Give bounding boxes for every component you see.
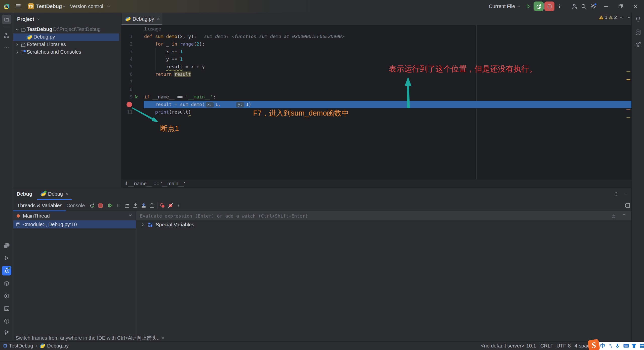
tree-row-external-libraries[interactable]: External Libraries bbox=[13, 41, 119, 49]
terminal-tool-button[interactable] bbox=[2, 304, 11, 313]
mute-breakpoints-icon[interactable] bbox=[167, 202, 174, 209]
line-number[interactable]: 9 bbox=[122, 93, 133, 101]
ime-keyboard-icon[interactable] bbox=[623, 342, 629, 350]
run-button[interactable] bbox=[526, 0, 531, 13]
step-into-icon[interactable] bbox=[132, 202, 139, 209]
chevron-right-icon[interactable] bbox=[15, 43, 19, 47]
rerun-debug-button[interactable] bbox=[534, 2, 544, 11]
project-selector[interactable]: TestDebug bbox=[36, 0, 62, 13]
chevron-down-icon[interactable] bbox=[128, 213, 132, 217]
tree-row-root[interactable]: TestDebug D:\Project\TestDebug bbox=[13, 26, 119, 33]
toolbar-kebab-icon[interactable] bbox=[175, 202, 183, 209]
scroll-mark[interactable] bbox=[626, 71, 630, 72]
line-number[interactable]: 2 bbox=[122, 40, 133, 48]
next-problem-icon[interactable] bbox=[627, 16, 631, 19]
chevron-right-icon[interactable] bbox=[141, 223, 145, 227]
special-variables-row[interactable]: Special Variables bbox=[136, 221, 631, 228]
python-packages-tool-button[interactable] bbox=[2, 278, 11, 288]
stop-icon[interactable] bbox=[97, 202, 104, 209]
status-breadcrumb[interactable]: TestDebug › Debug.py bbox=[4, 342, 69, 350]
run-gutter-icon[interactable] bbox=[134, 95, 138, 99]
ai-assistant-tool-button[interactable] bbox=[633, 40, 643, 49]
vcs-widget[interactable]: Version control bbox=[70, 0, 103, 13]
status-line-ending[interactable]: CRLF bbox=[540, 342, 553, 350]
tree-row-file-selected[interactable]: Debug.py bbox=[13, 33, 119, 41]
code-text: for _ in range(2): bbox=[144, 40, 205, 48]
add-user-icon[interactable] bbox=[572, 0, 578, 13]
scroll-mark[interactable] bbox=[626, 117, 630, 118]
python-console-tool-button[interactable] bbox=[2, 241, 11, 250]
status-caret-position[interactable]: 10:1 bbox=[526, 342, 536, 350]
ime-skin-icon[interactable] bbox=[631, 342, 637, 350]
chevron-down-icon[interactable] bbox=[15, 28, 19, 31]
project-tool-button[interactable] bbox=[2, 15, 11, 24]
status-encoding[interactable]: UTF-8 bbox=[556, 342, 571, 350]
stop-button[interactable] bbox=[544, 2, 554, 11]
ime-microphone-icon[interactable] bbox=[615, 342, 620, 350]
database-tool-button[interactable] bbox=[633, 27, 643, 37]
inspections-widget[interactable]: 1 2 bbox=[599, 14, 631, 20]
run-tool-button[interactable] bbox=[2, 253, 11, 263]
add-watch-icon[interactable] bbox=[611, 213, 617, 219]
line-number[interactable]: 4 bbox=[122, 55, 133, 63]
services-tool-button[interactable] bbox=[2, 291, 11, 301]
line-number[interactable]: 1 bbox=[122, 33, 133, 40]
gear-icon[interactable] bbox=[590, 0, 597, 13]
problems-tool-button[interactable] bbox=[2, 316, 11, 326]
debug-options-kebab-icon[interactable] bbox=[614, 188, 618, 200]
project-badge[interactable]: TD bbox=[28, 3, 34, 9]
scroll-mark[interactable] bbox=[626, 109, 630, 110]
ime-language-icon[interactable]: 中 bbox=[600, 342, 606, 350]
stack-frame-row[interactable]: <module>, Debug.py:10 bbox=[13, 220, 136, 228]
close-tab-icon[interactable]: × bbox=[157, 16, 160, 22]
line-number[interactable]: 8 bbox=[122, 86, 133, 93]
force-step-into-icon[interactable] bbox=[140, 202, 147, 209]
status-default-server[interactable]: <no default server> bbox=[481, 342, 524, 350]
more-tool-windows-icon[interactable] bbox=[2, 43, 11, 53]
restore-icon[interactable] bbox=[618, 0, 623, 13]
line-number[interactable]: 7 bbox=[122, 78, 133, 86]
more-actions-kebab-icon[interactable] bbox=[557, 0, 562, 13]
resume-icon[interactable] bbox=[106, 202, 114, 209]
debug-tool-button[interactable] bbox=[2, 266, 11, 275]
ime-toolbox-icon[interactable] bbox=[639, 342, 644, 350]
view-breakpoints-icon[interactable] bbox=[158, 202, 166, 209]
debug-session-tab[interactable]: Debug × bbox=[37, 188, 72, 200]
evaluate-expression-input[interactable]: Evaluate expression (Enter) or add a wat… bbox=[136, 211, 631, 220]
tree-row-scratches[interactable]: Scratches and Consoles bbox=[13, 49, 119, 56]
scroll-mark[interactable] bbox=[626, 79, 630, 80]
notifications-bell-icon[interactable] bbox=[633, 14, 643, 24]
close-icon[interactable] bbox=[633, 0, 638, 13]
step-over-icon[interactable] bbox=[123, 202, 131, 209]
layout-settings-icon[interactable] bbox=[624, 202, 631, 209]
line-number[interactable]: 5 bbox=[122, 63, 133, 71]
code-area[interactable]: 1 usage1def sum_demo(x, y):sum_demo: <fu… bbox=[122, 25, 631, 180]
prev-problem-icon[interactable] bbox=[619, 16, 623, 19]
chevron-right-icon[interactable] bbox=[15, 50, 19, 54]
sogou-icon[interactable]: S bbox=[587, 339, 600, 350]
status-indent[interactable]: 4 spac bbox=[575, 342, 589, 350]
debugger-inline-value: sum_demo: <function sum_demo at 0x000001… bbox=[204, 34, 344, 39]
search-icon[interactable] bbox=[581, 0, 587, 13]
line-number[interactable]: 3 bbox=[122, 48, 133, 55]
run-configuration-selector[interactable]: Current File bbox=[489, 0, 515, 13]
tab-console[interactable]: Console bbox=[66, 200, 85, 211]
structure-tool-button[interactable] bbox=[2, 31, 11, 40]
main-menu-icon[interactable] bbox=[16, 0, 21, 13]
usages-inlay-hint[interactable]: 1 usage bbox=[122, 25, 631, 33]
step-out-icon[interactable] bbox=[148, 202, 156, 209]
close-session-icon[interactable]: × bbox=[65, 191, 68, 197]
chevron-down-icon[interactable] bbox=[622, 213, 626, 217]
editor-breadcrumbs[interactable]: if __name__ == '__main__' bbox=[122, 180, 631, 188]
project-panel-header[interactable]: Project bbox=[17, 16, 41, 23]
rerun-icon[interactable] bbox=[88, 202, 96, 209]
minimize-icon[interactable] bbox=[603, 0, 609, 13]
pause-icon[interactable] bbox=[114, 202, 122, 209]
editor-tab-debug-py[interactable]: Debug.py × bbox=[122, 13, 162, 25]
thread-selector[interactable]: MainThread bbox=[13, 211, 136, 220]
tab-threads-variables[interactable]: Threads & Variables bbox=[17, 200, 62, 211]
version-control-tool-button[interactable] bbox=[2, 328, 11, 337]
ime-punctuation-icon[interactable]: °, bbox=[608, 342, 613, 350]
hide-tool-window-icon[interactable] bbox=[623, 188, 628, 200]
line-number[interactable]: 6 bbox=[122, 71, 133, 78]
